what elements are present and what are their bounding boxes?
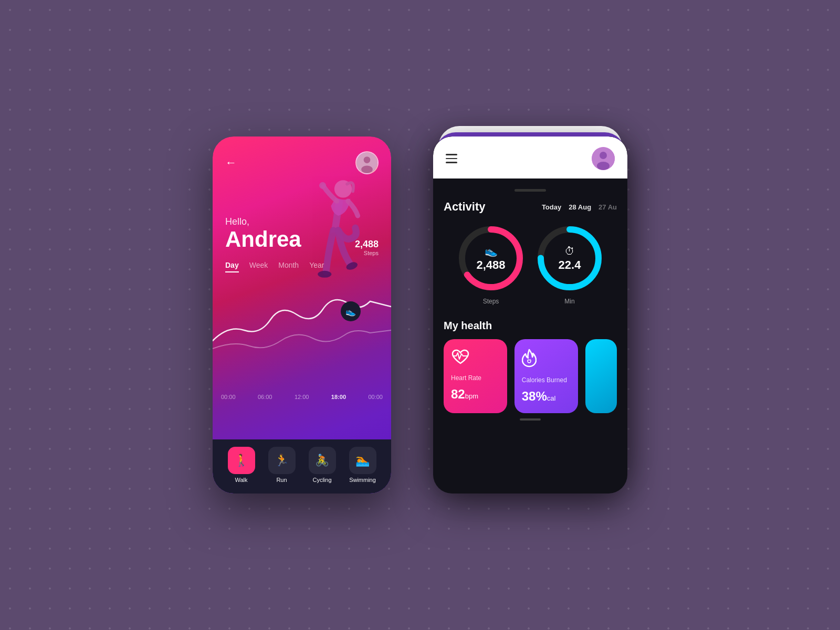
avatar[interactable] (355, 151, 379, 174)
phones-container: ← (213, 136, 627, 494)
svg-point-9 (597, 162, 610, 170)
tab-day[interactable]: Day (225, 261, 239, 272)
tab-year[interactable]: Year (309, 261, 324, 272)
cycling-icon-bg: 🚴 (309, 447, 336, 474)
hamburger-line-2 (446, 158, 457, 160)
svg-point-4 (319, 182, 326, 189)
steps-ring-icon: 👟 (485, 245, 498, 257)
steps-counter: 2,488 Steps (355, 239, 379, 256)
min-ring-label: Min (564, 298, 574, 305)
phone2: Activity Today 28 Aug 27 Au (433, 136, 627, 494)
swimming-icon-bg: 🏊 (349, 447, 376, 474)
phone1-header: ← (213, 136, 391, 174)
svg-point-8 (600, 152, 607, 159)
shoe-marker: 👟 (341, 301, 361, 321)
hamburger-line-1 (446, 154, 457, 155)
svg-point-2 (361, 165, 373, 173)
calories-value: 38%cal (522, 389, 571, 404)
steps-ring-item: 👟 2,488 Steps (457, 224, 525, 305)
calories-icon (522, 349, 571, 371)
nav-swimming[interactable]: 🏊 Swimming (349, 447, 376, 483)
activity-chart: 👟 00:00 06:00 12:00 18:00 00: (213, 278, 391, 439)
calories-label: Calories Burned (522, 376, 571, 384)
cycling-label: Cycling (312, 477, 331, 483)
tab-month[interactable]: Month (278, 261, 299, 272)
steps-ring-value: 2,488 (476, 258, 505, 272)
steps-ring: 👟 2,488 (457, 224, 525, 292)
time-0000-end: 00:00 (368, 394, 383, 400)
heart-rate-value: 82bpm (451, 387, 500, 402)
min-ring-icon: ⏱ (564, 245, 575, 257)
phone2-stack: Activity Today 28 Aug 27 Au (433, 136, 627, 494)
date-27aug[interactable]: 27 Au (598, 203, 617, 211)
min-ring-item: ⏱ 22.4 Min (536, 224, 604, 305)
run-label: Run (276, 477, 287, 483)
phone2-body: Activity Today 28 Aug 27 Au (433, 178, 627, 494)
min-ring: ⏱ 22.4 (536, 224, 604, 292)
run-icon-bg: 🏃 (268, 447, 296, 474)
health-cards: Heart Rate 82bpm (444, 339, 617, 413)
time-0000-start: 00:00 (221, 394, 236, 400)
bottom-nav: 🚶 Walk 🏃 Run 🚴 Cycling 🏊 Swimming (213, 439, 391, 494)
min-ring-value: 22.4 (559, 258, 581, 272)
hamburger-line-3 (446, 162, 457, 163)
steps-ring-inner: 👟 2,488 (457, 224, 525, 292)
phone2-header (433, 136, 627, 178)
steps-value: 2,488 (355, 239, 379, 250)
activity-dates: Today 28 Aug 27 Au (542, 203, 617, 211)
heart-rate-icon (451, 349, 500, 369)
heart-rate-card[interactable]: Heart Rate 82bpm (444, 339, 507, 413)
phone1: ← (213, 136, 391, 494)
activity-header: Activity Today 28 Aug 27 Au (444, 200, 617, 214)
menu-button[interactable] (446, 154, 457, 163)
min-ring-inner: ⏱ 22.4 (536, 224, 604, 292)
walk-label: Walk (235, 477, 247, 483)
scroll-indicator (520, 418, 541, 421)
health-title: My health (444, 320, 617, 332)
walk-icon-bg: 🚶 (228, 447, 255, 474)
date-today[interactable]: Today (542, 203, 561, 211)
tab-week[interactable]: Week (249, 261, 268, 272)
time-1800: 18:00 (331, 394, 346, 400)
time-1200: 12:00 (295, 394, 309, 400)
rings-container: 👟 2,488 Steps (444, 224, 617, 305)
steps-label: Steps (355, 250, 379, 256)
time-axis: 00:00 06:00 12:00 18:00 00:00 (213, 394, 391, 400)
swimming-label: Swimming (349, 477, 376, 483)
steps-ring-label: Steps (483, 298, 499, 305)
nav-cycling[interactable]: 🚴 Cycling (309, 447, 336, 483)
nav-run[interactable]: 🏃 Run (268, 447, 296, 483)
activity-title: Activity (444, 200, 485, 214)
phone-notch (514, 189, 546, 192)
avatar2[interactable] (592, 147, 615, 170)
calories-card[interactable]: Calories Burned 38%cal (514, 339, 578, 413)
time-0600: 06:00 (258, 394, 272, 400)
svg-point-1 (364, 156, 371, 163)
greeting-hello: Hello, (225, 216, 379, 227)
nav-walk[interactable]: 🚶 Walk (228, 447, 255, 483)
third-card[interactable] (585, 339, 617, 413)
back-button[interactable]: ← (225, 156, 237, 170)
heart-rate-label: Heart Rate (451, 374, 500, 382)
date-28aug[interactable]: 28 Aug (569, 203, 591, 211)
